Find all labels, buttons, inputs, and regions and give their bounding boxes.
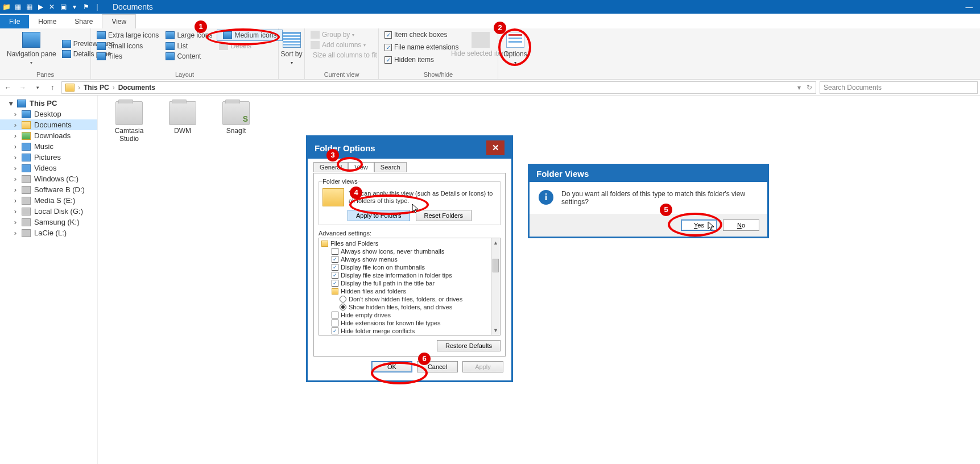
adv-item[interactable]: ✓Display file size information in folder… [321,271,498,279]
dropdown-icon[interactable]: ▾ [797,84,801,92]
nav-documents[interactable]: ›Documents [0,119,97,130]
search-input[interactable]: Search Documents [820,81,978,94]
breadcrumb-documents[interactable]: Documents [118,84,155,92]
currentview-group-label: Current view [305,71,378,78]
file-tab[interactable]: File [0,15,29,28]
list-item[interactable]: DWM [163,101,202,135]
nav-drive[interactable]: ›LaCie (L:) [0,227,97,238]
adv-item[interactable]: Always show icons, never thumbnails [321,247,498,255]
group-by-button[interactable]: Group by▾ [308,30,375,40]
nav-desktop[interactable]: ›Desktop [0,109,97,119]
folder-icon [169,101,196,125]
list-item[interactable]: S SnagIt [216,101,256,135]
qat-icon[interactable]: ▦ [25,3,33,11]
callout-3: 3 [326,149,339,161]
nav-downloads[interactable]: ›Downloads [0,130,97,141]
qat-flag-icon[interactable]: ⚑ [82,3,90,11]
nav-this-pc[interactable]: ▾This PC [0,98,97,109]
nav-drive[interactable]: ›Media S (E:) [0,195,97,206]
restore-defaults-button[interactable]: Restore Defaults [437,340,501,351]
panes-group-label: Panes [0,71,90,78]
adv-item[interactable]: ✓Display file icon on thumbnails [321,263,498,271]
breadcrumb-thispc[interactable]: This PC [84,84,109,92]
window-title: Documents [113,2,153,11]
adv-radio[interactable]: Show hidden files, folders, and drives [321,303,498,311]
hidden-items[interactable]: ✓Hidden items [382,55,461,65]
adv-item[interactable]: ✓Display the full path in the title bar [321,279,498,287]
fo-tab-search[interactable]: Search [374,162,407,172]
layout-large[interactable]: Large icons [163,30,214,41]
folder-icon [65,84,75,92]
layout-extra-large[interactable]: Extra large icons [94,30,161,41]
folder-views-legend: Folder views [322,178,358,185]
scroll-up-icon[interactable]: ▲ [491,238,500,247]
options-button[interactable]: Options ▾ [502,30,529,68]
close-button[interactable]: ✕ [486,140,505,155]
scroll-down-icon[interactable]: ▼ [491,326,500,335]
content-pane[interactable]: Camtasia Studio DWM S SnagIt [98,96,980,464]
refresh-icon[interactable]: ↻ [807,84,812,92]
callout-2: 2 [494,22,506,34]
navigation-tree[interactable]: ▾This PC ›Desktop ›Documents ›Downloads … [0,96,98,464]
apply-to-folders-button[interactable]: Apply to Folders [348,210,410,221]
nav-videos[interactable]: ›Videos [0,163,97,173]
navigation-pane-label: Navigation pane [7,50,56,58]
adv-item[interactable]: ✓Hide folder merge conflicts [321,327,498,335]
nav-drive[interactable]: ›Windows (C:) [0,173,97,184]
layout-content[interactable]: Content [163,51,214,61]
adv-subgroup: Hidden files and folders [321,287,498,295]
confirm-title[interactable]: Folder Views [530,165,767,182]
size-columns-button: Size all columns to fit [308,50,375,60]
qat-play-icon[interactable]: ▶ [36,3,44,11]
scroll-thumb[interactable] [493,259,499,272]
nav-drive[interactable]: ›Software B (D:) [0,184,97,195]
qat-sep: | [93,3,101,11]
adv-item[interactable]: ✓Always show menus [321,255,498,263]
address-bar: ← → ▾ ↑ › This PC › Documents ▾ ↻ Search… [0,80,980,96]
qat-dropdown-icon[interactable]: ▾ [71,3,78,11]
fo-tab-general[interactable]: General [313,162,348,172]
adv-item[interactable]: Hide empty drives [321,311,498,319]
history-dropdown[interactable]: ▾ [32,85,43,90]
adv-group: Files and Folders [321,239,498,247]
back-button[interactable]: ← [2,84,14,92]
no-button[interactable]: No [723,219,759,231]
app-icon: 📁 [2,3,10,11]
layout-small[interactable]: Small icons [94,41,161,51]
adv-radio[interactable]: Don't show hidden files, folders, or dri… [321,295,498,303]
navigation-pane-button[interactable]: Navigation pane ▾ [3,30,60,68]
qat-close-icon[interactable]: ✕ [48,3,56,11]
qat-icon[interactable]: ▣ [59,3,67,11]
cursor-icon [412,204,420,214]
layout-list[interactable]: List [163,41,214,51]
home-tab[interactable]: Home [29,15,65,28]
hide-selected-button: Hide selected items [461,30,501,65]
callout-5: 5 [660,204,672,216]
advanced-settings-list[interactable]: Files and Folders Always show icons, nev… [319,238,501,335]
list-item[interactable]: Camtasia Studio [109,101,149,143]
nav-drive[interactable]: ›Local Disk (G:) [0,206,97,217]
nav-music[interactable]: ›Music [0,141,97,152]
qat-icon[interactable]: ▦ [14,3,22,11]
folder-label: Camtasia Studio [109,127,149,143]
layout-details[interactable]: Details [217,41,283,51]
file-name-extensions[interactable]: ✓File name extensions [382,42,461,52]
view-tab[interactable]: View [102,14,136,28]
scrollbar[interactable]: ▲ ▼ [491,238,500,335]
nav-drive[interactable]: ›Samsung (K:) [0,217,97,227]
minimize-button[interactable]: — [961,3,978,11]
sort-by-button[interactable]: Sort by ▾ [282,30,301,68]
layout-medium[interactable]: Medium icons [217,30,283,41]
folder-icon: S [222,101,250,125]
ok-button[interactable]: OK [371,361,412,372]
fo-tab-view[interactable]: View [348,162,374,172]
adv-item[interactable]: Hide extensions for known file types [321,319,498,327]
layout-tiles[interactable]: Tiles [94,51,161,61]
item-check-boxes[interactable]: ✓Item check boxes [382,30,461,40]
info-icon: i [539,190,553,205]
address-field[interactable]: › This PC › Documents ▾ ↻ [61,81,816,94]
share-tab[interactable]: Share [65,15,102,28]
up-button[interactable]: ↑ [47,84,58,92]
nav-pictures[interactable]: ›Pictures [0,152,97,163]
reset-folders-button[interactable]: Reset Folders [416,210,472,221]
